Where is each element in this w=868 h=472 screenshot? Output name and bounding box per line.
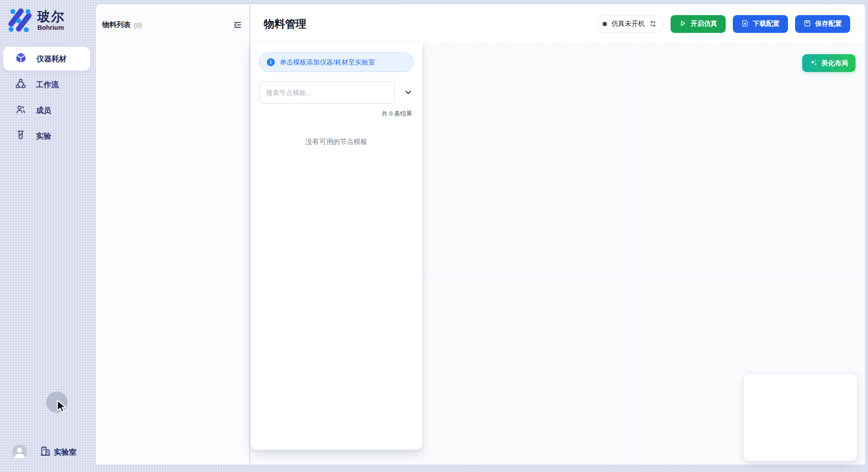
empty-templates-text: 没有可用的节点模板 [250, 137, 422, 147]
start-simulation-label: 开启仿真 [691, 20, 717, 28]
sidebar-item-label: 实验 [36, 131, 51, 141]
download-file-icon [741, 20, 749, 28]
info-icon: i [267, 58, 275, 66]
sidebar-footer: 实验室 [12, 444, 76, 460]
material-list-count: (0) [134, 21, 142, 29]
tip-text: 单击模板添加仪器/耗材至实验室 [280, 58, 375, 67]
lab-label: 实验室 [54, 447, 76, 457]
minimap[interactable] [743, 373, 857, 461]
cube-icon [15, 52, 27, 65]
main-area: 物料管理 仿真未开机 [250, 4, 865, 464]
save-bookmark-icon [804, 20, 811, 28]
beautify-layout-button[interactable]: 美化布局 [802, 54, 856, 72]
simulation-status-pill[interactable]: 仿真未开机 [596, 15, 663, 33]
avatar[interactable] [12, 444, 27, 460]
template-search-row [259, 81, 414, 104]
sidebar-item-instruments[interactable]: 仪器耗材 [3, 47, 90, 71]
sidebar-item-workflow[interactable]: 工作流 [3, 72, 90, 96]
refresh-icon[interactable] [649, 20, 657, 28]
download-config-label: 下载配置 [753, 20, 780, 28]
chevron-down-icon[interactable] [403, 87, 414, 98]
sidebar-item-label: 工作流 [36, 80, 59, 90]
material-list-title: 物料列表 [102, 20, 131, 30]
collapse-panel-icon[interactable] [233, 20, 242, 30]
bohrium-logo-icon [8, 7, 32, 34]
save-config-label: 保存配置 [815, 20, 842, 28]
sidebar-item-members[interactable]: 成员 [3, 98, 90, 122]
main-header: 物料管理 仿真未开机 [250, 4, 865, 43]
grid-line-vertical [423, 43, 424, 464]
material-list-header: 物料列表 (0) [96, 4, 249, 30]
sidebar-item-label: 成员 [36, 105, 51, 116]
results-count: 共 0 条结果 [250, 110, 412, 118]
lab-entry[interactable]: 实验室 [40, 446, 76, 458]
sidebar-item-experiments[interactable]: 实验 [3, 124, 90, 148]
status-dot-icon [603, 22, 607, 26]
brand-logo[interactable]: 玻尔 Bohrium [8, 7, 65, 34]
brand-name-cn: 玻尔 [37, 10, 65, 23]
sidebar-item-label: 仪器耗材 [36, 54, 67, 64]
tip-banner: i 单击模板添加仪器/耗材至实验室 [259, 52, 414, 72]
sidebar-nav: 仪器耗材 工作流 [3, 47, 90, 150]
simulation-status-label: 仿真未开机 [611, 20, 645, 28]
template-search-input[interactable] [259, 81, 395, 104]
test-tube-icon [15, 130, 26, 143]
beautify-layout-label: 美化布局 [821, 59, 848, 68]
grid-line-vertical [626, 43, 626, 464]
members-icon [15, 104, 26, 117]
sidebar: 玻尔 Bohrium 仪器耗材 [0, 0, 96, 472]
download-config-button[interactable]: 下载配置 [733, 15, 788, 33]
material-list-panel: 物料列表 (0) [96, 4, 249, 464]
page-title: 物料管理 [264, 17, 306, 31]
building-icon [40, 446, 51, 458]
play-icon [679, 20, 687, 28]
header-actions: 仿真未开机 开启仿真 [596, 15, 850, 33]
flow-canvas[interactable]: i 单击模板添加仪器/耗材至实验室 共 0 条结果 没有可用的节点模板 [250, 43, 865, 464]
start-simulation-button[interactable]: 开启仿真 [671, 15, 726, 33]
node-template-palette: i 单击模板添加仪器/耗材至实验室 共 0 条结果 没有可用的节点模板 [250, 43, 422, 450]
save-config-button[interactable]: 保存配置 [795, 15, 850, 33]
brand-name-en: Bohrium [37, 24, 65, 31]
sparkles-icon [810, 59, 818, 68]
workflow-icon [15, 78, 26, 91]
